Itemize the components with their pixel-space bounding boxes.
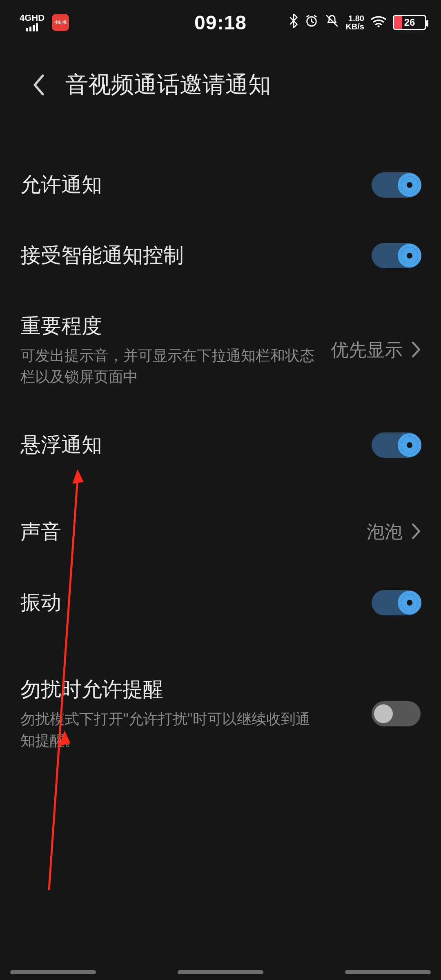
toggle-allow-notifications[interactable] (372, 172, 421, 198)
svg-point-1 (377, 25, 379, 27)
network-label: 4GHD (20, 13, 45, 22)
battery-percent: 26 (394, 17, 425, 28)
data-rate-unit: KB/s (345, 22, 364, 31)
chevron-right-icon (412, 341, 421, 359)
settings-list: 允许通知 接受智能通知控制 重要程度 可发出提示音，并可显示在下拉通知栏和状态栏… (0, 117, 441, 769)
nav-back[interactable] (345, 970, 431, 974)
row-title: 允许通知 (20, 172, 359, 198)
chevron-right-icon (412, 523, 421, 541)
status-bar-left: 4GHD 小红书 (20, 13, 69, 31)
row-title: 勿扰时允许提醒 (20, 676, 359, 703)
row-sound[interactable]: 声音 泡泡 (20, 501, 421, 563)
page-title: 音视频通话邀请通知 (65, 69, 271, 100)
wifi-icon (371, 15, 386, 31)
toggle-dnd-allow[interactable] (372, 701, 421, 726)
app-badge-icon: 小红书 (52, 14, 69, 31)
row-title: 悬浮通知 (20, 432, 359, 458)
data-rate: 1.80 KB/s (345, 14, 364, 31)
back-button[interactable] (24, 71, 53, 99)
alarm-icon (305, 14, 318, 31)
mute-icon (325, 14, 339, 31)
row-floating-notification[interactable]: 悬浮通知 (20, 414, 421, 476)
row-value: 优先显示 (331, 338, 403, 362)
bluetooth-icon (289, 14, 298, 31)
row-title: 振动 (20, 589, 359, 616)
row-value: 泡泡 (367, 520, 403, 544)
toggle-floating-notification[interactable] (372, 432, 421, 458)
nav-home[interactable] (178, 970, 263, 974)
row-allow-notifications[interactable]: 允许通知 (20, 154, 421, 216)
nav-recent[interactable] (10, 970, 96, 974)
page-header: 音视频通话邀请通知 (0, 45, 441, 117)
signal-bars-icon (26, 23, 38, 31)
battery-indicator: 26 (393, 15, 426, 30)
row-title: 重要程度 (20, 313, 318, 339)
row-title: 接受智能通知控制 (20, 242, 359, 269)
status-bar-right: 1.80 KB/s 26 (289, 14, 426, 31)
row-dnd-allow[interactable]: 勿扰时允许提醒 勿扰模式下打开"允许打扰"时可以继续收到通知提醒。 (20, 658, 421, 769)
data-rate-value: 1.80 (345, 14, 364, 22)
row-smart-control[interactable]: 接受智能通知控制 (20, 224, 421, 287)
status-bar: 4GHD 小红书 09:18 1.80 KB/s 26 (0, 0, 441, 45)
system-nav-bar (0, 970, 441, 974)
row-title: 声音 (20, 519, 354, 545)
chevron-left-icon (32, 74, 46, 96)
row-vibrate[interactable]: 振动 (20, 571, 421, 634)
app-badge-label: 小红书 (54, 20, 67, 25)
row-description: 勿扰模式下打开"允许打扰"时可以继续收到通知提醒。 (20, 708, 314, 751)
row-description: 可发出提示音，并可显示在下拉通知栏和状态栏以及锁屏页面中 (20, 345, 314, 388)
network-indicator: 4GHD (20, 13, 45, 31)
row-importance[interactable]: 重要程度 可发出提示音，并可显示在下拉通知栏和状态栏以及锁屏页面中 优先显示 (20, 295, 421, 405)
toggle-smart-control[interactable] (372, 243, 421, 268)
toggle-vibrate[interactable] (372, 590, 421, 615)
